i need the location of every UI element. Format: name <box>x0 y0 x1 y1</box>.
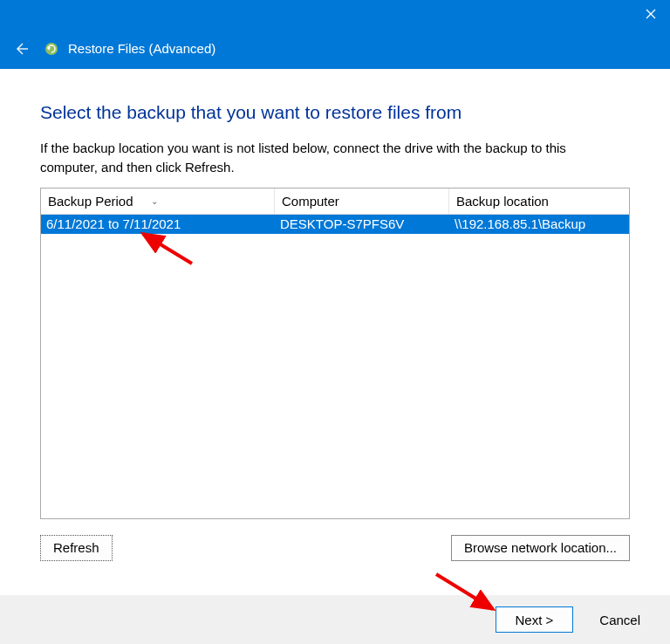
refresh-button[interactable]: Refresh <box>40 535 113 561</box>
cell-location: \\192.168.85.1\Backup <box>449 216 629 231</box>
title-bar <box>0 0 670 28</box>
window-title: Restore Files (Advanced) <box>68 41 215 56</box>
backup-rows: 6/11/2021 to 7/11/2021 DESKTOP-S7PFS6V \… <box>41 215 629 518</box>
wizard-footer: Next > Cancel <box>0 595 670 644</box>
restore-files-icon <box>44 41 59 57</box>
close-icon <box>646 9 656 19</box>
cell-period: 6/11/2021 to 7/11/2021 <box>41 216 275 231</box>
back-arrow-icon <box>12 40 30 58</box>
backup-list: Backup Period ⌄ Computer Backup location… <box>40 188 630 519</box>
wizard-header: Restore Files (Advanced) <box>0 28 670 69</box>
cancel-button[interactable]: Cancel <box>582 606 658 633</box>
column-backup-location[interactable]: Backup location <box>449 188 629 214</box>
page-title: Select the backup that you want to resto… <box>40 102 630 123</box>
back-button[interactable] <box>7 35 35 63</box>
close-button[interactable] <box>631 0 670 28</box>
backup-row[interactable]: 6/11/2021 to 7/11/2021 DESKTOP-S7PFS6V \… <box>41 215 629 234</box>
column-label: Backup location <box>456 194 549 209</box>
column-label: Computer <box>282 194 339 209</box>
column-headers: Backup Period ⌄ Computer Backup location <box>41 188 629 215</box>
cell-computer: DESKTOP-S7PFS6V <box>275 216 449 231</box>
action-row: Refresh Browse network location... <box>40 535 630 561</box>
instruction-text: If the backup location you want is not l… <box>40 139 598 177</box>
next-button[interactable]: Next > <box>496 606 574 633</box>
column-computer[interactable]: Computer <box>275 188 449 214</box>
svg-point-3 <box>45 43 58 55</box>
browse-network-button[interactable]: Browse network location... <box>451 535 630 561</box>
wizard-content: Select the backup that you want to resto… <box>0 69 670 561</box>
column-label: Backup Period <box>48 194 133 209</box>
column-backup-period[interactable]: Backup Period ⌄ <box>41 188 275 214</box>
sort-indicator-icon: ⌄ <box>151 196 158 206</box>
